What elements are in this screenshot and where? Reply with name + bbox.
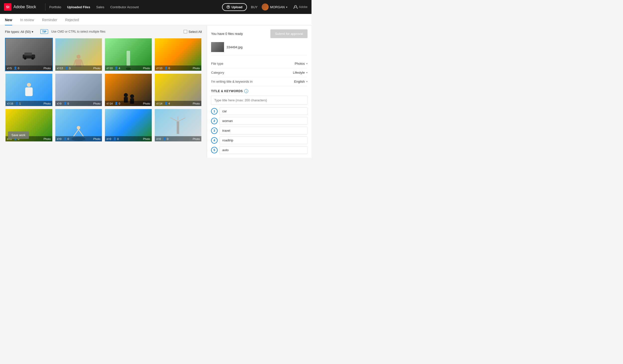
buy-link[interactable]: BUY <box>251 5 258 9</box>
photo-item-12[interactable]: 🏷0 👤0 Photo <box>154 109 202 142</box>
logo: St Adobe Stock <box>4 3 36 11</box>
tab-rejected[interactable]: Rejected <box>65 14 79 25</box>
photo-overlay: 🏷10 👤0 Photo <box>155 65 202 71</box>
keyword-number-4: 4 <box>211 137 218 144</box>
left-panel: File types: All (50) ▾ TIP Use CMD or CT… <box>0 25 207 158</box>
title-input[interactable] <box>211 96 308 105</box>
svg-rect-23 <box>177 121 179 134</box>
chevron-down-icon: ▾ <box>286 6 287 8</box>
photo-type: Photo <box>93 137 100 140</box>
photo-item-10[interactable]: 🏷0 👤0 Photo <box>55 109 103 142</box>
list-item: 🏷5 👤0 Photo <box>5 38 53 71</box>
windmill-image <box>168 117 188 134</box>
category-select[interactable]: Lifestyle ▾ <box>293 71 308 74</box>
photo-meta: 🏷0 👤0 <box>106 137 119 140</box>
nav-contributor-account[interactable]: Contributor Account <box>110 5 139 9</box>
toolbar: File types: All (50) ▾ TIP Use CMD or CT… <box>5 29 202 34</box>
file-preview: 334494.jpg <box>211 42 308 55</box>
photo-meta: 🏷9 👤0 <box>57 102 69 105</box>
file-thumbnail <box>211 42 224 52</box>
photo-type: Photo <box>193 67 200 70</box>
adobe-icon <box>293 5 298 9</box>
list-item: 🏷14 👤4 Photo <box>154 73 202 107</box>
keyword-input-3[interactable] <box>220 127 308 134</box>
tip-text: Use CMD or CTRL to select multiple files <box>51 30 105 33</box>
similar-count: 👤0 <box>14 66 19 70</box>
photo-item-1[interactable]: 🏷5 👤0 Photo <box>5 38 53 71</box>
upload-icon <box>227 5 230 9</box>
category-value: Lifestyle <box>293 71 305 74</box>
chevron-down-icon: ▾ <box>306 62 308 65</box>
photo-type: Photo <box>143 137 150 140</box>
nav-portfolio[interactable]: Portfolio <box>49 5 61 9</box>
svg-line-25 <box>178 118 185 121</box>
svg-rect-11 <box>127 51 130 66</box>
tab-reminder[interactable]: Reminder <box>42 14 57 25</box>
list-item: 🏷14 👤0 Photo <box>104 73 152 107</box>
photo-type: Photo <box>44 102 51 105</box>
tag-count: 🏷0 <box>156 137 161 140</box>
header-right: Upload BUY MORGAN ▾ Adobe <box>222 3 308 11</box>
photo-overlay: 🏷10 👤4 Photo <box>105 65 152 71</box>
submit-for-approval-button[interactable]: Submit for approval <box>270 29 308 38</box>
photo-overlay: 🏷14 👤0 Photo <box>105 101 152 106</box>
similar-count: 👤4 <box>164 102 170 105</box>
list-item: 🏷10 👤0 Photo <box>154 38 202 71</box>
upload-button[interactable]: Upload <box>222 3 247 11</box>
photo-item-3[interactable]: 🏷10 👤4 Photo <box>104 38 152 71</box>
header-divider <box>45 3 45 11</box>
list-item: 🏷0 👤0 Photo <box>104 109 152 142</box>
keyword-input-4[interactable] <box>220 136 308 144</box>
keyword-input-1[interactable] <box>220 107 308 115</box>
file-type-select[interactable]: Photos ▾ <box>295 62 308 65</box>
photo-type: Photo <box>93 102 100 105</box>
chevron-down-icon: ▾ <box>306 71 308 74</box>
photo-meta: 🏷10 👤0 <box>156 66 170 70</box>
language-select[interactable]: English ▾ <box>294 80 308 83</box>
photo-grid: 🏷5 👤0 Photo <box>5 38 202 142</box>
tag-count: 🏷9 <box>57 102 62 105</box>
keyword-input-2[interactable] <box>220 117 308 125</box>
photo-item-2[interactable]: 🏷13 👤3 Photo <box>55 38 103 71</box>
photo-item-8[interactable]: 🏷14 👤4 Photo <box>154 73 202 107</box>
photo-item-11[interactable]: 🏷0 👤0 Photo <box>104 109 152 142</box>
tab-in-review[interactable]: In review <box>20 14 34 25</box>
user-menu[interactable]: MORGAN ▾ <box>262 3 288 10</box>
photo-overlay: 🏷14 👤4 Photo <box>155 101 202 106</box>
tag-count: 🏷16 <box>7 102 13 105</box>
tab-new[interactable]: New <box>5 14 12 25</box>
list-item: 🏷10 👤4 Photo <box>104 38 152 71</box>
photo-item-7[interactable]: 🏷14 👤0 Photo <box>104 73 152 107</box>
nav-sales[interactable]: Sales <box>96 5 104 9</box>
save-work-button[interactable]: Save work <box>8 131 29 139</box>
keyword-row: 2 <box>211 117 308 125</box>
keyword-number-3: 3 <box>211 127 218 134</box>
select-all-section[interactable]: Select All <box>184 30 202 34</box>
user-name: MORGAN <box>270 5 285 9</box>
nav-uploaded-files[interactable]: Uploaded Files <box>67 5 90 9</box>
photo-meta: 🏷16 👤1 <box>7 102 21 105</box>
photo-meta: 🏷0 👤0 <box>57 137 69 140</box>
avatar <box>262 3 269 10</box>
photo-type: Photo <box>93 67 100 70</box>
file-types-button[interactable]: File types: All (50) ▾ <box>5 30 33 34</box>
title-keywords-label: TITLE & KEYWORDS <box>211 89 243 93</box>
logo-text: Adobe Stock <box>13 5 36 9</box>
photo-overlay: 🏷0 👤0 Photo <box>105 136 152 141</box>
title-keywords-section: TITLE & KEYWORDS i 1 2 3 4 <box>211 89 308 154</box>
photo-overlay: 🏷16 👤1 Photo <box>5 101 52 106</box>
similar-count: 👤3 <box>65 66 71 70</box>
language-value: English <box>294 80 305 83</box>
photo-item-6[interactable]: 🏷9 👤0 Photo <box>55 73 103 107</box>
photo-item-5[interactable]: 🏷16 👤1 Photo <box>5 73 53 107</box>
photo-type: Photo <box>44 67 51 70</box>
keyword-input-5[interactable] <box>220 146 308 154</box>
list-item: 🏷16 👤1 Photo <box>5 73 53 107</box>
select-all-checkbox[interactable] <box>184 30 187 33</box>
svg-line-24 <box>170 118 178 121</box>
photo-item-4[interactable]: 🏷10 👤0 Photo <box>154 38 202 71</box>
keyword-number-5: 5 <box>211 147 218 153</box>
similar-count: 👤4 <box>115 66 120 70</box>
tip-badge: TIP <box>40 29 48 34</box>
similar-count: 👤0 <box>64 102 69 105</box>
